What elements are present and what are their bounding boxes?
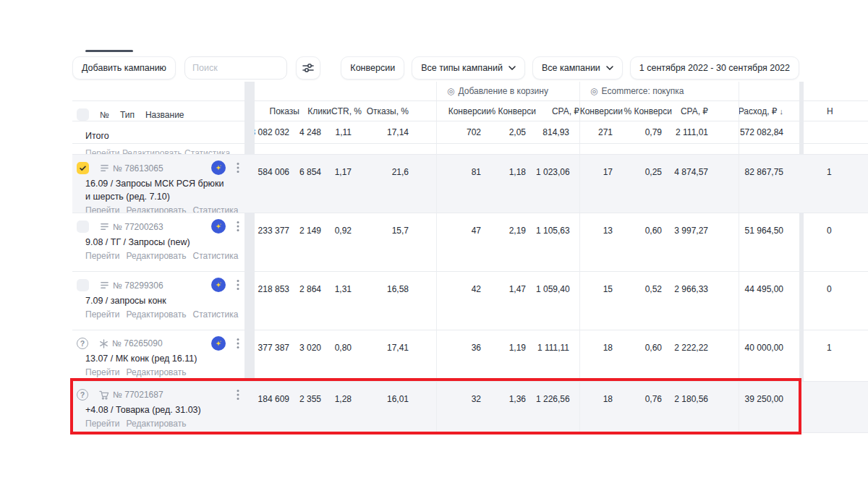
campaign-row: ? № 77200263 9.08 / ТГ / Запросы (new) П… <box>72 213 868 271</box>
row-link[interactable]: Статистика <box>192 205 238 213</box>
search-input[interactable] <box>184 56 287 80</box>
col-truncated[interactable]: Н <box>804 101 868 121</box>
kebab-menu-icon[interactable] <box>237 221 239 235</box>
row-checkbox[interactable] <box>77 221 89 233</box>
totals-label: Итого <box>72 121 244 143</box>
kebab-menu-icon[interactable] <box>237 338 239 352</box>
filter-settings-button[interactable] <box>296 56 320 80</box>
col-type[interactable]: Тип <box>120 110 135 120</box>
col-cost[interactable]: Расход, ₽ ↓ <box>739 101 799 121</box>
row-link[interactable]: Перейти <box>85 205 120 213</box>
sliders-icon <box>302 63 314 73</box>
conversions-2-value: 18 <box>579 330 623 381</box>
goal-group-ecommerce[interactable]: ◎ Ecommerce: покупка <box>580 86 684 96</box>
bounces-value: 15,7 <box>362 213 436 271</box>
col-cpa-1[interactable]: CPA, ₽ <box>536 101 579 121</box>
ctr-value: 1,31 <box>331 272 362 330</box>
cpa-2-value: 2 222,22 <box>672 330 739 381</box>
campaign-number[interactable]: № 76265090 <box>112 338 163 348</box>
col-conversions-2[interactable]: Конверсии <box>579 101 623 121</box>
col-cpa-2[interactable]: CPA, ₽ <box>672 101 739 121</box>
campaign-links: ПерейтиРедактироватьСтатистика <box>85 309 240 320</box>
cpa-1-value: 1 023,06 <box>536 155 579 213</box>
impressions-value: 377 387 <box>255 330 299 381</box>
col-impressions[interactable]: Показы <box>255 101 299 121</box>
row-link[interactable]: Редактировать <box>127 205 187 213</box>
campaign-number[interactable]: № 78613065 <box>113 163 163 174</box>
bounces-value: 17,41 <box>362 330 436 381</box>
campaign-number[interactable]: № 78299306 <box>113 281 163 291</box>
campaign-links: ПерейтиРедактировать <box>85 367 240 377</box>
campaign-filter[interactable]: Все кампании <box>532 56 623 80</box>
campaign-badge-icon[interactable] <box>211 278 226 292</box>
row-link[interactable]: Статистика <box>192 309 238 320</box>
campaign-number[interactable]: № 77200263 <box>113 222 163 232</box>
sort-desc-icon: ↓ <box>780 107 784 116</box>
truncated-value: 1 <box>804 330 868 381</box>
cpa-2-value: 4 874,57 <box>672 155 739 213</box>
col-bounces[interactable]: Отказы, % <box>362 101 436 121</box>
conversions-2-value: 15 <box>579 272 623 330</box>
campaign-badge-icon[interactable] <box>211 219 226 234</box>
total-bounces: 17,14 <box>362 121 436 143</box>
campaign-name[interactable]: 7.09 / запросы конк <box>85 294 230 307</box>
total-impressions: 3 082 032 <box>255 121 299 143</box>
cost-value: 39 250,00 <box>739 382 799 432</box>
campaign-name[interactable]: 16.09 / Запросы МСК РСЯ брюки и шерсть (… <box>85 177 230 203</box>
total-clicks: 34 248 <box>299 121 331 143</box>
conv-rate-2-value: 0,76 <box>623 382 672 432</box>
text-campaign-icon <box>100 222 109 231</box>
row-link[interactable]: Статистика <box>192 251 238 261</box>
date-range-button[interactable]: 1 сентября 2022 - 30 сентября 2022 <box>630 56 799 80</box>
row-link[interactable]: Перейти <box>85 251 120 261</box>
kebab-menu-icon[interactable] <box>237 162 239 176</box>
total-conversions-2: 271 <box>579 121 623 143</box>
kebab-menu-icon[interactable] <box>237 279 239 294</box>
col-name[interactable]: Название <box>145 110 184 120</box>
goal-group-cart[interactable]: ◎ Добавление в корзину <box>437 86 548 96</box>
truncated-value: 1 <box>804 155 868 213</box>
row-link[interactable]: Редактировать <box>127 309 187 320</box>
help-icon[interactable]: ? <box>77 389 88 401</box>
clicks-value: 2 355 <box>299 382 331 432</box>
active-tab-underline[interactable] <box>85 50 133 52</box>
col-conversions-1[interactable]: Конверсии <box>436 101 491 121</box>
select-all-checkbox[interactable] <box>77 108 89 121</box>
conv-rate-1-value: 1,36 <box>491 382 536 432</box>
row-checkbox[interactable] <box>77 162 89 174</box>
row-link[interactable]: Редактировать <box>127 367 187 377</box>
bounces-value: 16,01 <box>362 382 436 432</box>
check-icon <box>79 164 87 172</box>
campaign-number[interactable]: № 77021687 <box>113 390 163 400</box>
conversions-1-value: 32 <box>436 382 491 432</box>
campaign-name[interactable]: 9.08 / ТГ / Запросы (new) <box>85 236 230 249</box>
row-checkbox[interactable] <box>77 279 89 291</box>
row-link[interactable]: Перейти <box>85 309 120 320</box>
col-clicks[interactable]: Клики <box>299 101 331 121</box>
kebab-menu-icon[interactable] <box>237 389 239 403</box>
col-conv-rate-1[interactable]: % Конверси <box>491 101 536 121</box>
campaign-badge-icon[interactable] <box>211 160 226 175</box>
col-conv-rate-2[interactable]: % Конверси <box>623 101 672 121</box>
help-icon[interactable]: ? <box>77 338 88 349</box>
col-ctr[interactable]: CTR, % <box>331 101 362 121</box>
row-link[interactable]: Редактировать <box>127 419 187 429</box>
campaign-links: ПерейтиРедактироватьСтатистика <box>85 251 240 261</box>
conv-rate-2-value: 0,25 <box>623 155 672 213</box>
campaign-type-filter[interactable]: Все типы кампаний <box>412 56 525 80</box>
col-number[interactable]: № <box>100 110 109 120</box>
campaign-badge-icon[interactable] <box>211 336 226 351</box>
bounces-value: 21,6 <box>362 155 436 213</box>
add-campaign-button[interactable]: Добавить кампанию <box>72 56 176 80</box>
truncated-value: 0 <box>804 213 868 271</box>
row-link[interactable]: Перейти <box>85 367 120 377</box>
goal-filter-button[interactable]: Конверсии <box>341 56 404 80</box>
campaign-row: ? № 77021687 +4.08 / Товарка (ред. 31.03… <box>72 382 868 432</box>
row-link[interactable]: Перейти <box>85 419 120 429</box>
campaign-row: ? № 76265090 13.07 / МК конк (ред 16.11)… <box>72 330 868 381</box>
campaign-name[interactable]: +4.08 / Товарка (ред. 31.03) <box>85 403 230 416</box>
campaign-name[interactable]: 13.07 / МК конк (ред 16.11) <box>85 352 230 365</box>
product-campaign-icon <box>99 390 109 400</box>
row-link[interactable]: Редактировать <box>127 251 187 261</box>
ctr-value: 0,92 <box>331 213 362 271</box>
